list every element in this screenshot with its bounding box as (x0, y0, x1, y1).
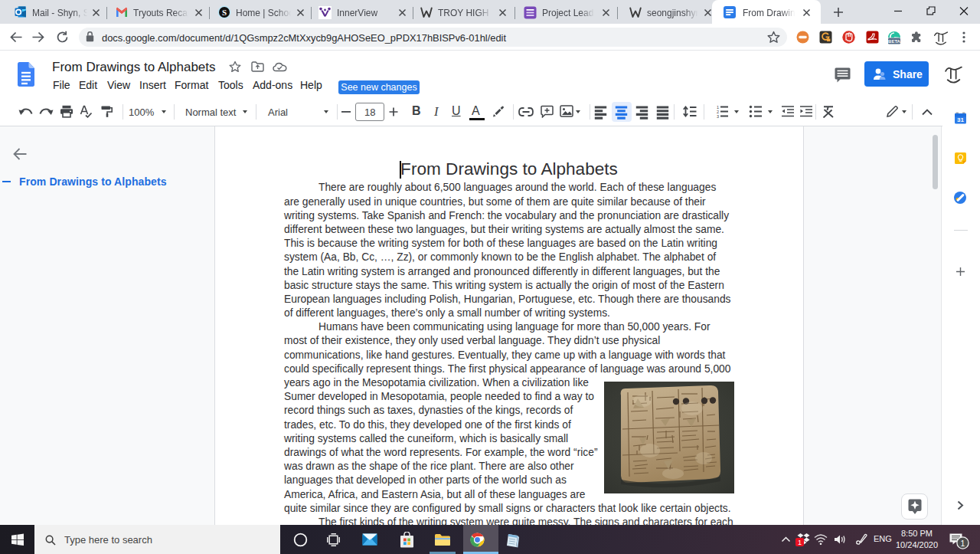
svg-text:3: 3 (717, 114, 719, 118)
svg-text:BETA: BETA (888, 39, 901, 44)
svg-text:S: S (222, 8, 227, 17)
svg-text:31: 31 (957, 116, 964, 123)
svg-text:1: 1 (961, 539, 965, 548)
